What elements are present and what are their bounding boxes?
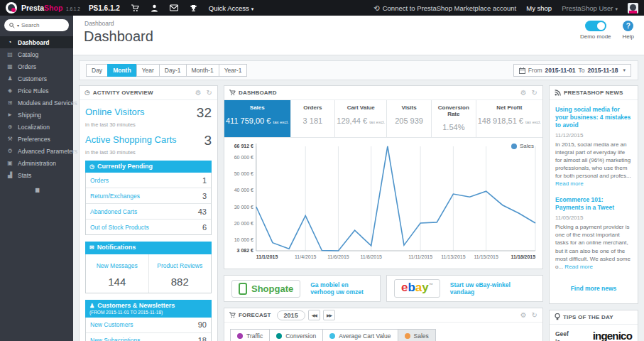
next-year-button[interactable]: ▶▶	[323, 310, 335, 320]
help-icon[interactable]: ?	[623, 21, 633, 31]
new-subscriptions-link[interactable]: New Subscriptions	[90, 337, 198, 341]
sidebar-item-customers[interactable]: ♟Customers	[0, 72, 73, 85]
find-more-news-link[interactable]: Find more news	[571, 285, 617, 292]
active-carts-metric: Active Shopping Carts 3	[85, 133, 212, 148]
read-more-link[interactable]: Read more	[555, 180, 584, 187]
sidebar-item-advanced-parameters[interactable]: ⚙Advanced Parameters	[0, 145, 73, 157]
date-to: 2015-11-18	[587, 67, 618, 74]
active-carts-value: 3	[204, 133, 212, 148]
refresh-icon[interactable]: ↻	[532, 311, 537, 319]
ebay-link[interactable]: Start uw eBay-winkel vandaag	[450, 281, 535, 296]
notifications-grid: New Messages 144 Product Reviews 882	[85, 254, 212, 293]
article-title-link[interactable]: Ecommerce 101: Payments in a Tweet	[555, 196, 632, 212]
breadcrumb[interactable]: Dashboard	[73, 16, 644, 27]
article-title-link[interactable]: Using social media for your business: 4 …	[555, 106, 632, 129]
kpi-orders[interactable]: Orders 3 181	[291, 100, 336, 137]
sidebar-item-preferences[interactable]: ⚒Preferences	[0, 133, 73, 145]
news-article: Using social media for your business: 4 …	[555, 106, 632, 188]
catalog-icon: ▤	[6, 51, 13, 58]
sidebar-item-shipping[interactable]: ►Shipping	[0, 109, 73, 121]
sidebar-search[interactable]: ▾	[4, 19, 69, 31]
news-panel-title: PRESTASHOP NEWS	[564, 90, 623, 96]
user-avatar[interactable]	[628, 3, 638, 13]
sidebar-item-orders[interactable]: ▦Orders	[0, 60, 73, 72]
advanced-parameters-icon: ⚙	[6, 148, 13, 154]
gear-icon[interactable]: ⚙	[195, 89, 202, 97]
messages-icon[interactable]	[170, 4, 178, 11]
previous-year-button[interactable]: ◀◀	[308, 310, 320, 320]
read-more-link[interactable]: Read more	[564, 264, 593, 270]
orders-link[interactable]: Orders	[90, 177, 202, 184]
svg-text:3 082 €: 3 082 €	[237, 248, 253, 253]
quick-access-menu[interactable]: Quick Access▾	[209, 4, 254, 12]
profile-icon[interactable]	[151, 4, 158, 12]
sales-chart-area: 66 912 €60 000 €50 000 €40 000 €30 000 €…	[224, 138, 542, 269]
dashboard-panel-title: DASHBOARD	[239, 90, 277, 96]
range-year-1-button[interactable]: Year-1	[219, 64, 248, 77]
user-menu[interactable]: PrestaShop User▾	[562, 4, 618, 12]
orders-icon: ▦	[6, 63, 13, 70]
kpi-net-profit[interactable]: Net Profit 148 918,51 € tax excl.	[476, 100, 542, 137]
marketplace-link[interactable]: ⟲ Connect to PrestaShop Marketplace acco…	[373, 4, 516, 12]
help-label: Help	[623, 33, 634, 40]
online-visitors-link[interactable]: Online Visitors	[85, 107, 145, 117]
product-reviews-link[interactable]: Product Reviews	[157, 262, 202, 269]
collapse-menu-button[interactable]: ▮▮	[0, 187, 73, 193]
customers-list: New Customers90 New Subscriptions18 Tota…	[85, 318, 212, 341]
price-rules-icon: ◈	[6, 87, 13, 94]
prestashop-logo[interactable]	[6, 2, 17, 13]
sidebar-item-price-rules[interactable]: ◈Price Rules	[0, 85, 73, 97]
cart-icon	[229, 90, 236, 96]
forecast-traffic-button[interactable]: Traffic	[230, 329, 270, 341]
new-messages-link[interactable]: New Messages	[97, 262, 138, 269]
shop-code: PS1.6.1.2	[89, 4, 120, 12]
gear-icon[interactable]: ⚙	[520, 311, 527, 319]
list-item: New Customers90	[86, 318, 211, 333]
range-day-1-button[interactable]: Day-1	[159, 64, 187, 77]
abandoned-carts-link[interactable]: Abandoned Carts	[90, 208, 198, 215]
out-of-stock-link[interactable]: Out of Stock Products	[90, 224, 202, 231]
sidebar-item-dashboard[interactable]: ◔Dashboard	[0, 36, 73, 48]
kpi-sales[interactable]: Sales 411 759,00 € tax excl.	[224, 100, 291, 137]
range-month-button[interactable]: Month	[107, 64, 137, 77]
cart-icon[interactable]	[131, 4, 139, 12]
chevron-down-icon: ▾	[615, 6, 618, 11]
date-range-picker[interactable]: From 2015-11-01 To 2015-11-18 ▾	[513, 64, 631, 77]
online-visitors-sub: in the last 30 minutes	[85, 121, 212, 128]
range-day-button[interactable]: Day	[86, 64, 108, 77]
refresh-icon[interactable]: ↻	[532, 89, 537, 97]
range-month-1-button[interactable]: Month-1	[186, 64, 219, 77]
kpi-visits[interactable]: Visits 205 939	[387, 100, 432, 137]
active-carts-sub: in the last 30 minutes	[85, 149, 212, 156]
new-customers-link[interactable]: New Customers	[90, 321, 198, 328]
sidebar-item-localization[interactable]: ⊕Localization	[0, 121, 73, 133]
forecast-year[interactable]: 2015	[277, 310, 305, 320]
demo-mode-toggle[interactable]	[585, 21, 606, 31]
refresh-icon[interactable]: ↻	[207, 89, 212, 97]
gear-icon[interactable]: ⚙	[520, 89, 527, 97]
ebay-logo: ebay™	[394, 279, 440, 298]
sidebar-item-stats[interactable]: ▟Stats	[0, 169, 73, 181]
cart-icon	[229, 312, 236, 318]
kpi-conversion-rate[interactable]: Conversion Rate 1.54%	[432, 100, 476, 137]
range-year-button[interactable]: Year	[136, 64, 160, 77]
sidebar-item-administration[interactable]: ▣Administration	[0, 157, 73, 169]
forecast-average-cart-value-button[interactable]: Average Cart Value	[322, 329, 398, 341]
clock-icon: ◷	[89, 163, 94, 170]
stats-icon: ▟	[6, 172, 13, 178]
ebay-module-card: ebay™ Start uw eBay-winkel vandaag	[386, 275, 543, 302]
svg-text:11/4/2015: 11/4/2015	[295, 254, 317, 259]
returns-link[interactable]: Return/Exchanges	[90, 193, 202, 200]
sidebar-item-modules[interactable]: ⊞Modules and Services	[0, 97, 73, 109]
trophy-icon[interactable]	[190, 4, 197, 12]
my-shop-link[interactable]: My shop	[526, 4, 552, 12]
sidebar-item-catalog[interactable]: ▤Catalog	[0, 48, 73, 60]
search-input[interactable]	[21, 22, 58, 28]
tips-panel-title: TIPS OF THE DAY	[563, 314, 613, 320]
kpi-cart-value[interactable]: Cart Value 129,44 € tax excl.	[335, 100, 387, 137]
active-carts-link[interactable]: Active Shopping Carts	[85, 134, 177, 145]
forecast-conversion-button[interactable]: Conversion	[269, 329, 323, 341]
activity-icon: ◷	[84, 90, 90, 96]
shopgate-link[interactable]: Ga mobiel en verhoog uw omzet	[310, 281, 373, 296]
forecast-sales-button[interactable]: Sales	[398, 329, 436, 341]
